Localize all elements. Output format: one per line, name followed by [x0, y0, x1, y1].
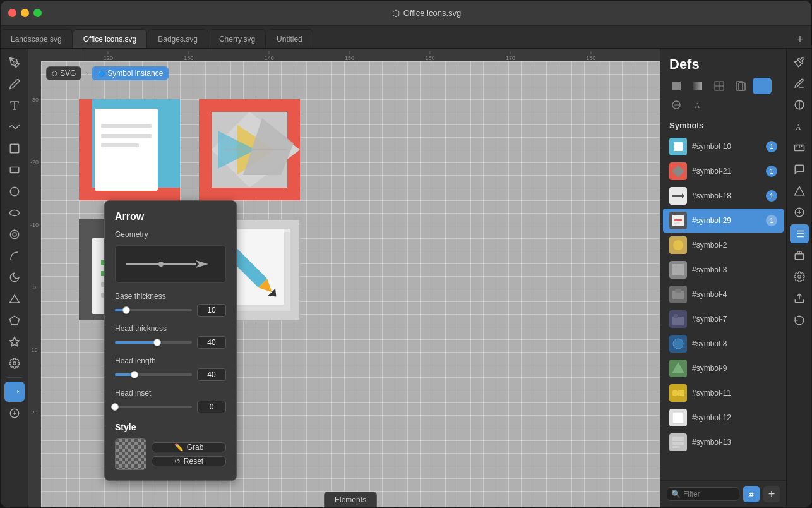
tool-pen[interactable] [4, 52, 25, 73]
defs-tool-marker[interactable] [753, 78, 772, 94]
ruler-mark: 150 [345, 51, 354, 61]
symbol-item-18[interactable]: #symbol-18 1 [663, 184, 784, 208]
symbol-thumb-10 [669, 138, 687, 155]
tool-ellipse[interactable] [4, 203, 25, 223]
symbol-item-10[interactable]: #symbol-10 1 [663, 135, 784, 159]
filter-hash-button[interactable]: # [743, 486, 760, 502]
base-thickness-track[interactable] [115, 309, 192, 311]
search-icon: 🔍 [671, 490, 681, 499]
tool-arrow[interactable] [4, 382, 25, 402]
tab-untitled[interactable]: Untitled [266, 29, 313, 48]
ruler-corner [28, 49, 85, 61]
far-right-ruler[interactable] [790, 138, 809, 157]
ruler-bar: 120 130 140 150 160 170 180 [28, 49, 660, 61]
close-button[interactable] [8, 9, 16, 17]
head-thickness-input[interactable] [197, 336, 226, 349]
defs-tool-gradient[interactable] [688, 78, 707, 94]
filter-add-button[interactable]: + [763, 486, 780, 502]
symbol-item-3[interactable]: #symbol-3 [663, 258, 784, 282]
symbol-item-13[interactable]: #symbol-13 [663, 430, 784, 454]
canvas-icon-1[interactable] [79, 99, 180, 200]
head-inset-input[interactable] [197, 401, 226, 413]
symbol-thumb-8 [669, 335, 687, 353]
symbol-item-29[interactable]: #symbol-29 1 [663, 209, 784, 233]
symbol-item-7[interactable]: #symbol-7 [663, 307, 784, 331]
tab-office-icons[interactable]: Office icons.svg [73, 29, 147, 48]
tool-triangle[interactable] [4, 289, 25, 309]
far-right-export[interactable] [790, 289, 809, 308]
filter-input[interactable] [683, 490, 735, 499]
far-right-building[interactable] [790, 246, 809, 265]
minimize-button[interactable] [21, 9, 29, 17]
svg-point-72 [673, 240, 683, 250]
reset-button[interactable]: ↺ Reset [152, 456, 226, 466]
breadcrumb-instance[interactable]: 🔷 Symbol instance [92, 66, 169, 80]
far-right-paint[interactable] [790, 52, 809, 71]
canvas-icon-2[interactable] [199, 99, 300, 200]
tool-pencil[interactable] [4, 74, 25, 94]
far-right-undo[interactable] [790, 310, 809, 329]
tool-star[interactable] [4, 332, 25, 352]
base-thickness-input[interactable] [197, 304, 226, 317]
symbol-name-21: #symbol-21 [692, 167, 766, 176]
horizontal-ruler: 120 130 140 150 160 170 180 [85, 49, 660, 61]
tab-cherry[interactable]: Cherry.svg [209, 29, 266, 48]
svg-text:A: A [796, 123, 801, 131]
tool-arc[interactable] [4, 246, 25, 266]
svg-point-112 [797, 275, 801, 279]
svg-text:A: A [695, 101, 700, 110]
add-tab-button[interactable]: + [791, 30, 809, 48]
defs-tool-text[interactable]: A [688, 97, 707, 113]
grab-icon: ✏️ [174, 443, 184, 452]
svg-rect-80 [674, 314, 678, 318]
tool-wave[interactable] [4, 117, 25, 137]
tool-select[interactable] [4, 138, 25, 159]
far-right-pen[interactable] [790, 74, 809, 93]
far-right-list[interactable] [790, 224, 809, 243]
tool-pentagon[interactable] [4, 310, 25, 330]
tab-landscape[interactable]: Landscape.svg [1, 29, 73, 48]
head-length-row: Head length [115, 356, 226, 381]
defs-tool-clip[interactable] [731, 78, 750, 94]
head-thickness-track[interactable] [115, 341, 192, 344]
canvas-area[interactable]: ⬡ SVG › 🔷 Symbol instance [41, 61, 660, 507]
symbol-item-9[interactable]: #symbol-9 [663, 356, 784, 380]
far-right-gear[interactable] [790, 267, 809, 286]
far-right-crosshair[interactable] [790, 203, 809, 222]
defs-tool-mask[interactable] [667, 97, 686, 113]
tool-gear[interactable] [4, 353, 25, 373]
symbol-thumb-21 [669, 162, 687, 180]
defs-tool-pattern[interactable] [710, 78, 729, 94]
symbol-item-2[interactable]: #symbol-2 [663, 233, 784, 257]
tool-text[interactable] [4, 95, 25, 116]
tool-circle[interactable] [4, 181, 25, 202]
far-right-bubble[interactable] [790, 160, 809, 179]
svg-point-5 [10, 187, 19, 196]
svg-marker-49 [196, 260, 208, 268]
tool-rect[interactable] [4, 160, 25, 180]
symbol-item-12[interactable]: #symbol-12 [663, 406, 784, 430]
elements-tab[interactable]: Elements [324, 492, 377, 507]
style-swatch[interactable] [115, 438, 146, 470]
far-right-text-a[interactable]: A [790, 117, 809, 136]
head-length-track[interactable] [115, 373, 192, 376]
tool-target[interactable] [4, 224, 25, 245]
symbol-item-11[interactable]: #symbol-11 [663, 381, 784, 405]
grab-button[interactable]: ✏️ Grab [152, 442, 226, 452]
symbol-item-4[interactable]: #symbol-4 [663, 282, 784, 306]
tab-badges[interactable]: Badges.svg [148, 29, 208, 48]
svg-point-6 [9, 210, 19, 216]
far-right-triangle[interactable] [790, 181, 809, 200]
tool-crescent[interactable] [4, 267, 25, 287]
tool-add[interactable] [4, 403, 25, 423]
far-right-contrast[interactable] [790, 95, 809, 114]
head-inset-track[interactable] [115, 406, 192, 408]
svg-point-12 [13, 362, 16, 365]
head-length-input[interactable] [197, 368, 226, 381]
symbol-item-8[interactable]: #symbol-8 [663, 332, 784, 356]
breadcrumb-svg[interactable]: ⬡ SVG [46, 66, 81, 80]
maximize-button[interactable] [33, 9, 42, 17]
symbol-name-12: #symbol-12 [692, 413, 777, 422]
symbol-item-21[interactable]: #symbol-21 1 [663, 159, 784, 183]
defs-tool-fill[interactable] [667, 78, 686, 94]
